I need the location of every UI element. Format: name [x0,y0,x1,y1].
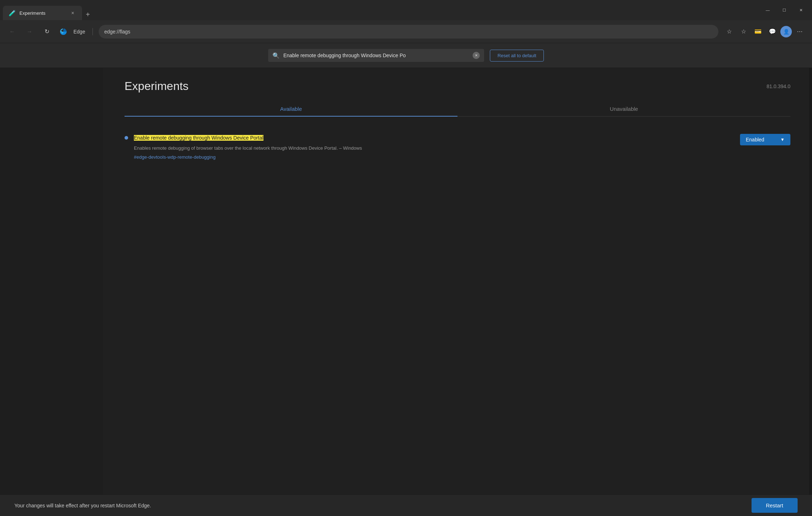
flag-enabled-select[interactable]: Enabled ▼ [740,134,790,145]
avatar[interactable]: 👤 [780,26,792,37]
chevron-down-icon: ▼ [780,137,785,142]
window-controls: — ☐ ✕ [759,4,809,16]
navbar: ← → ↻ Edge edge://flags ☆ ☆ 💳 💬 👤 ⋯ [0,20,812,43]
flag-info: Enable remote debugging through Windows … [134,134,734,160]
feedback-icon[interactable]: 💬 [766,25,779,38]
close-button[interactable]: ✕ [793,4,809,16]
content-area: Experiments 81.0.394.0 Available Unavail… [0,68,812,516]
wallet-icon[interactable]: 💳 [752,25,764,38]
menu-icon[interactable]: ⋯ [793,25,806,38]
scrollbar[interactable] [809,43,812,494]
back-icon: ← [9,28,15,35]
back-button[interactable]: ← [6,25,19,38]
address-text: edge://flags [104,29,130,35]
restart-button[interactable]: Restart [752,498,798,513]
flag-link[interactable]: #edge-devtools-wdp-remote-debugging [134,154,734,160]
page-content: Experiments 81.0.394.0 Available Unavail… [103,68,812,516]
tab-close-button[interactable]: × [69,9,76,17]
version-text: 81.0.394.0 [767,83,790,89]
edge-logo [58,26,69,37]
page-title: Experiments [125,80,189,93]
search-bar: 🔍 Enable remote debugging through Window… [0,43,812,68]
new-tab-button[interactable]: + [82,9,94,20]
flag-active-dot [125,136,128,140]
flag-select-wrap[interactable]: Enabled ▼ [740,134,790,145]
address-bar[interactable]: edge://flags [99,25,718,39]
browser-name-label: Edge [73,29,85,35]
toolbar-icons: ☆ ☆ 💳 💬 👤 ⋯ [723,25,806,38]
forward-button[interactable]: → [23,25,36,38]
search-input[interactable]: Enable remote debugging through Windows … [283,53,469,58]
tabs-row: Available Unavailable [125,101,790,117]
flag-description: Enables remote debugging of browser tabs… [134,145,734,152]
reset-all-button[interactable]: Reset all to default [490,50,544,62]
search-clear-button[interactable]: × [473,52,480,59]
active-tab[interactable]: 🧪 Experiments × [3,6,82,20]
tab-title: Experiments [19,10,66,16]
forward-icon: → [27,28,32,35]
maximize-button[interactable]: ☐ [776,4,793,16]
refresh-icon: ↻ [45,28,49,35]
bottom-message: Your changes will take effect after you … [14,503,151,508]
favorites-star-icon[interactable]: ☆ [723,25,736,38]
tab-unavailable[interactable]: Unavailable [457,101,790,116]
bottom-bar: Your changes will take effect after you … [0,494,812,516]
tab-area: 🧪 Experiments × + [3,0,757,20]
tab-icon: 🧪 [9,10,16,17]
refresh-button[interactable]: ↻ [40,25,53,38]
flag-select-value: Enabled [746,137,764,142]
titlebar: 🧪 Experiments × + — ☐ ✕ [0,0,812,20]
flag-item: Enable remote debugging through Windows … [125,128,790,166]
flag-name: Enable remote debugging through Windows … [134,135,263,141]
favorites-bar-icon[interactable]: ☆ [737,25,750,38]
minimize-button[interactable]: — [759,4,776,16]
flag-control[interactable]: Enabled ▼ [740,134,790,145]
search-input-wrap[interactable]: 🔍 Enable remote debugging through Window… [268,49,484,62]
navbar-divider [93,28,93,35]
experiments-header: Experiments 81.0.394.0 [125,68,790,101]
sidebar [0,68,103,516]
search-icon: 🔍 [272,52,280,59]
tab-available[interactable]: Available [125,101,457,116]
